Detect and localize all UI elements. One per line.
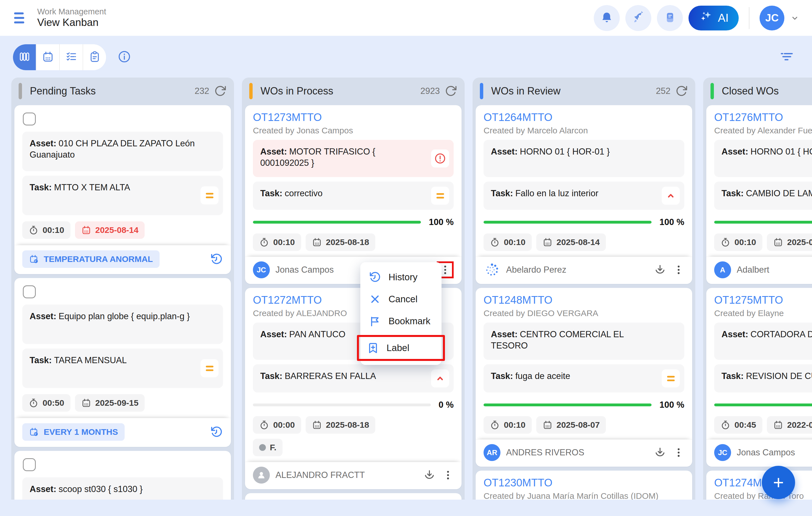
work-order-card: OT1275MTTOCreated by ElayneAsset:CORTADO… <box>706 288 812 467</box>
date-value: 2025-09-15 <box>95 398 139 408</box>
priority-badge[interactable] <box>662 369 680 388</box>
estimated-time-chip: 00:10 <box>484 233 532 251</box>
trigger-tag-chip: TEMPERATURA ANORMAL <box>22 250 160 268</box>
notifications-button[interactable] <box>594 5 620 31</box>
field-value: fuga de aceite <box>515 371 570 381</box>
stopwatch-icon <box>259 237 269 247</box>
user-menu-chevron-down-icon[interactable] <box>790 13 800 23</box>
priority-high-chevron-up-icon <box>665 190 676 201</box>
priority-badge[interactable] <box>200 359 219 377</box>
download-report-button[interactable] <box>654 446 666 459</box>
column-title: WOs in Process <box>261 85 333 97</box>
work-order-link[interactable]: OT1275MTTO <box>714 294 783 306</box>
priority-badge[interactable] <box>200 187 219 204</box>
info-button[interactable] <box>117 50 132 65</box>
field-value: scoop st030 { s1030 } <box>59 484 143 494</box>
work-order-link[interactable]: OT1270MTTO <box>253 499 322 500</box>
date-value: 2025-08-14 <box>556 237 600 247</box>
card-field-task: Task:BARRERAS EN FALLA <box>253 364 454 393</box>
page-title: View Kanban <box>37 16 106 29</box>
download-report-button[interactable] <box>654 264 666 276</box>
pending-task-card: Asset:010 CH PLAZA DEL ZAPATO León Guana… <box>14 105 231 274</box>
card-more-options-button[interactable] <box>442 469 454 481</box>
user-avatar[interactable]: JC <box>759 6 784 30</box>
assignee-name: Adalbert <box>737 265 769 275</box>
work-order-card: OT1270MTTOCreated by Ricardo RangelAsset… <box>245 493 462 500</box>
history-icon <box>210 426 223 438</box>
card-chips: 00:002025-08-18 <box>253 416 454 434</box>
estimated-time-chip: 00:10 <box>484 416 532 434</box>
task-history-button[interactable] <box>210 426 223 438</box>
field-label: Asset: <box>491 329 518 339</box>
history-icon <box>210 253 223 266</box>
task-checkbox[interactable] <box>23 113 36 125</box>
priority-badge[interactable] <box>662 187 680 205</box>
priority-badge[interactable] <box>431 369 449 388</box>
column-header: Pending Tasks232 <box>11 78 234 105</box>
work-order-link[interactable]: OT1272MTTO <box>253 294 322 306</box>
view-kanban-button[interactable] <box>13 44 36 70</box>
work-order-link[interactable]: OT1264MTTO <box>484 111 552 123</box>
assignee-avatar: JC <box>253 261 270 278</box>
work-order-link[interactable]: OT1273MTTO <box>253 111 322 123</box>
card-field-asset: Asset:HORNO 01 { HOR-01 } <box>484 140 684 177</box>
progress-percent: 100 % <box>429 217 454 227</box>
field-value: HORNO 01 { HOR-01 } <box>751 147 812 156</box>
priority-badge[interactable] <box>431 187 449 205</box>
work-order-link[interactable]: OT1230MTTO <box>484 477 552 489</box>
field-label: Asset: <box>30 139 56 148</box>
work-order-link[interactable]: OT1276MTTO <box>714 111 783 123</box>
time-value: 00:10 <box>42 225 64 235</box>
card-more-options-button[interactable] <box>673 447 684 458</box>
progress-row: 100 % <box>714 217 812 227</box>
card-actions <box>423 469 454 481</box>
due-date-chip: 2025-08-18 <box>306 233 375 251</box>
filter-button[interactable] <box>779 49 794 65</box>
assignee-name: ALEJANDRO FRACTT <box>276 470 365 480</box>
card-field-asset: Asset:CENTRO COMERCIAL EL TESORO <box>484 322 684 360</box>
column-header: WOs in Review252 <box>472 78 695 105</box>
column-refresh-button[interactable] <box>675 85 688 97</box>
progress-fill <box>714 221 812 224</box>
work-order-link[interactable]: OT1248MTTO <box>484 294 552 306</box>
add-work-order-fab[interactable]: + <box>762 466 795 499</box>
menu-hamburger-icon[interactable] <box>12 11 26 25</box>
estimated-time-chip: 00:50 <box>22 394 70 412</box>
field-label: Asset: <box>260 329 287 339</box>
menu-item-label: History <box>388 272 417 283</box>
task-checkbox[interactable] <box>23 285 36 298</box>
progress-percent: 100 % <box>660 400 684 410</box>
field-value: CORTADORA DE C <box>751 329 812 339</box>
time-value: 00:10 <box>734 237 756 247</box>
task-checkbox[interactable] <box>23 458 36 471</box>
release-notes-button[interactable] <box>657 5 683 31</box>
field-label: Task: <box>722 371 744 381</box>
download-report-button[interactable] <box>423 469 436 481</box>
due-date-chip: 2022-02-14 <box>767 416 812 434</box>
estimated-time-chip: 00:10 <box>253 233 301 251</box>
menu-item-label-action[interactable]: Label <box>357 335 445 361</box>
column-refresh-button[interactable] <box>214 85 227 97</box>
column-refresh-button[interactable] <box>444 85 457 97</box>
bell-icon <box>600 11 613 25</box>
task-history-button[interactable] <box>210 253 223 266</box>
menu-item-label: Bookmark <box>388 316 431 326</box>
menu-item-bookmark[interactable]: Bookmark <box>360 310 441 332</box>
notes-icon <box>663 11 676 25</box>
work-order-card: OT1273MTTOCreated by Jonas CamposAsset:M… <box>245 105 462 284</box>
column-title: WOs in Review <box>491 85 560 97</box>
ai-assistant-button[interactable]: AI <box>689 6 739 30</box>
view-checklist-button[interactable] <box>60 44 83 70</box>
card-tag-row: TEMPERATURA ANORMAL <box>14 245 231 274</box>
stopwatch-icon <box>28 398 39 408</box>
column-card-list: OT1276MTTOCreated by Alexander FuenteAss… <box>703 105 812 500</box>
menu-item-history[interactable]: History <box>360 266 441 288</box>
whats-new-button[interactable] <box>625 5 651 31</box>
progress-fill <box>714 403 812 406</box>
view-clipboard-button[interactable] <box>83 44 106 70</box>
menu-item-cancel[interactable]: Cancel <box>360 288 441 310</box>
view-calendar-button[interactable] <box>36 44 60 70</box>
card-more-options-button[interactable] <box>673 264 684 276</box>
priority-high-chevron-up-icon <box>434 373 446 384</box>
card-chips: 00:102025-08-18 <box>253 233 454 251</box>
